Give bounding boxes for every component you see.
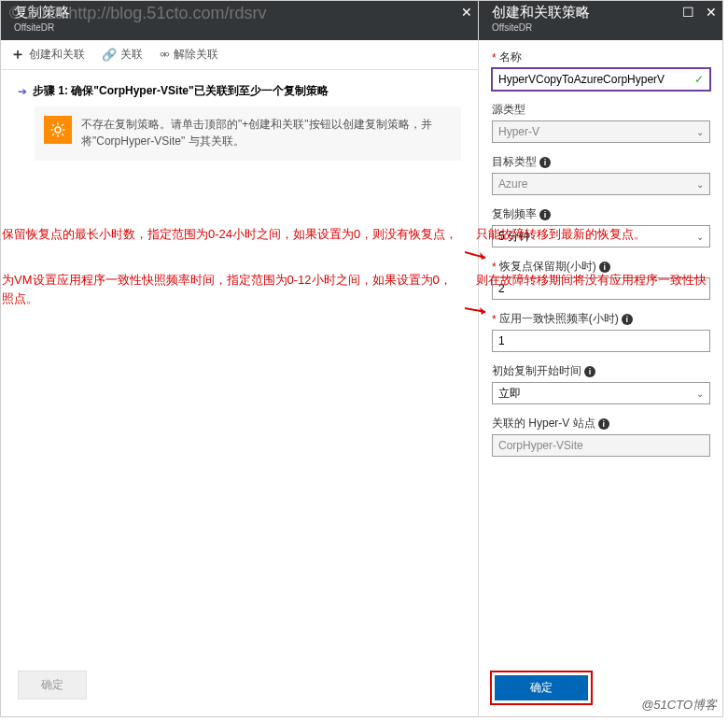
wrench-icon (44, 116, 72, 144)
required-mark: * (492, 51, 497, 64)
select-target-type[interactable]: Azure ⌄ (492, 173, 710, 195)
maximize-icon[interactable]: ☐ (682, 5, 694, 20)
ok-button-highlight: 确定 (490, 671, 593, 705)
left-footer: 确定 (1, 661, 478, 716)
step-row: ➔ 步骤 1: 确保"CorpHyper-VSite"已关联到至少一个复制策略 (1, 70, 478, 106)
right-panel-subtitle: OffsiteDR (492, 21, 713, 34)
field-name: *名称 HyperVCopyToAzureCorpHyperV ✓ (492, 49, 711, 91)
input-assoc-site-value: CorpHyper-VSite (498, 439, 583, 452)
label-copy-freq: 复制频率 (492, 206, 537, 222)
right-panel-title: 创建和关联策略 (492, 3, 713, 21)
toolbar: ＋ 创建和关联 🔗 关联 ⚮ 解除关联 (1, 40, 478, 70)
input-assoc-site: CorpHyper-VSite (492, 434, 710, 457)
info-icon[interactable]: i (539, 209, 551, 220)
label-assoc-site: 关联的 Hyper-V 站点 (492, 416, 595, 431)
chevron-down-icon: ⌄ (696, 389, 704, 399)
annotation-2c: 照点。 (2, 289, 38, 309)
label-name: 名称 (499, 49, 522, 65)
label-target-type: 目标类型 (492, 154, 537, 170)
toolbar-unlink[interactable]: ⚮ 解除关联 (160, 47, 218, 63)
info-icon[interactable]: i (539, 157, 551, 168)
chevron-down-icon: ⌄ (696, 179, 704, 190)
left-ok-button[interactable]: 确定 (18, 671, 87, 700)
annotation-2b: 则在故障转移期间将没有应用程序一致性快 (476, 270, 724, 290)
right-panel-header: 创建和关联策略 OffsiteDR ☐ ✕ (479, 1, 722, 40)
app-container: 复制策略 OffsiteDR ✕ ＋ 创建和关联 🔗 关联 ⚮ 解除关联 ➔ 步… (0, 0, 723, 717)
input-name-value: HyperVCopyToAzureCorpHyperV (498, 73, 665, 86)
right-ok-button[interactable]: 确定 (495, 675, 588, 700)
step-text: 步骤 1: 确保"CorpHyper-VSite"已关联到至少一个复制策略 (33, 83, 329, 99)
label-app-snap: 应用一致快照频率(小时) (499, 311, 619, 327)
info-box: 不存在复制策略。请单击顶部的"+创建和关联"按钮以创建复制策略，并将"CorpH… (35, 106, 461, 161)
select-source-type-value: Hyper-V (498, 125, 539, 138)
toolbar-link-label: 关联 (120, 47, 143, 63)
field-source-type: 源类型 Hyper-V ⌄ (492, 102, 711, 143)
close-icon[interactable]: ✕ (706, 5, 717, 20)
field-app-snap: *应用一致快照频率(小时)i 1 (492, 311, 711, 352)
red-arrow-2 (465, 301, 493, 316)
label-source-type: 源类型 (492, 102, 525, 118)
form-body: *名称 HyperVCopyToAzureCorpHyperV ✓ 源类型 Hy… (479, 40, 722, 659)
select-init-time[interactable]: 立即 ⌄ (492, 382, 710, 404)
field-init-time: 初始复制开始时间i 立即 ⌄ (492, 363, 711, 404)
toolbar-add-label: 创建和关联 (29, 47, 85, 63)
select-source-type[interactable]: Hyper-V ⌄ (492, 120, 710, 143)
close-icon[interactable]: ✕ (461, 5, 472, 20)
input-app-snap[interactable]: 1 (492, 330, 710, 352)
check-icon: ✓ (694, 73, 704, 86)
annotation-2a: 为VM设置应用程序一致性快照频率时间，指定范围为0-12小时之间，如果设置为0， (2, 270, 476, 290)
plus-icon: ＋ (10, 45, 25, 64)
label-init-time: 初始复制开始时间 (492, 363, 581, 379)
info-icon[interactable]: i (598, 418, 609, 430)
input-app-snap-value: 1 (498, 334, 505, 347)
info-icon[interactable]: i (622, 314, 633, 325)
select-init-time-value: 立即 (498, 386, 521, 402)
input-name[interactable]: HyperVCopyToAzureCorpHyperV ✓ (492, 68, 710, 91)
step-arrow-icon: ➔ (18, 85, 27, 98)
select-target-type-value: Azure (498, 177, 527, 191)
field-target-type: 目标类型i Azure ⌄ (492, 154, 711, 195)
annotation-1b: 只能故障转移到最新的恢复点。 (476, 224, 719, 245)
red-arrow-1 (465, 245, 493, 260)
svg-point-0 (55, 127, 61, 133)
unlink-icon: ⚮ (160, 48, 170, 62)
toolbar-link[interactable]: 🔗 关联 (102, 47, 143, 63)
annotation-1a: 保留恢复点的最长小时数，指定范围为0-24小时之间，如果设置为0，则没有恢复点， (2, 224, 476, 245)
watermark-bottom: @51CTO博客 (641, 697, 717, 714)
right-panel: 创建和关联策略 OffsiteDR ☐ ✕ *名称 HyperVCopyToAz… (479, 1, 722, 716)
left-panel: 复制策略 OffsiteDR ✕ ＋ 创建和关联 🔗 关联 ⚮ 解除关联 ➔ 步… (1, 1, 479, 716)
toolbar-add[interactable]: ＋ 创建和关联 (10, 45, 85, 64)
chevron-down-icon: ⌄ (696, 127, 704, 137)
field-assoc-site: 关联的 Hyper-V 站点i CorpHyper-VSite (492, 416, 711, 457)
toolbar-unlink-label: 解除关联 (174, 47, 218, 63)
info-text: 不存在复制策略。请单击顶部的"+创建和关联"按钮以创建复制策略，并将"CorpH… (81, 116, 450, 149)
link-icon: 🔗 (102, 48, 117, 62)
info-icon[interactable]: i (584, 366, 595, 377)
watermark-top: © 2018 http://blog.51cto.com/rdsrv (9, 4, 266, 23)
